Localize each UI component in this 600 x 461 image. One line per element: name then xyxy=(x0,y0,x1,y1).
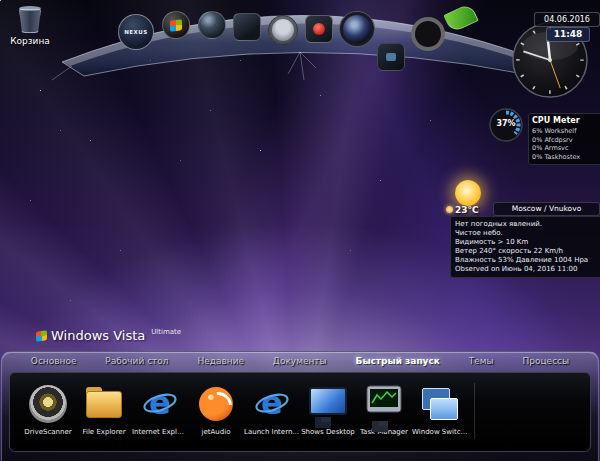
weather-line: Видимость > 10 Km xyxy=(455,238,597,247)
quick-launch-item-window-switcher[interactable]: Window Switcher xyxy=(412,383,468,436)
desktop: Корзина NEXUS xyxy=(0,0,600,461)
item-label: File Explorer xyxy=(76,428,132,436)
cpu-process: 6% Workshelf xyxy=(532,127,600,136)
watermark-text: Windows Vista xyxy=(51,328,145,343)
svg-text:e: e xyxy=(149,385,171,422)
emblem-icon[interactable] xyxy=(268,15,298,45)
windows-flag-icon xyxy=(36,330,47,342)
item-label: Window Switcher xyxy=(412,428,468,436)
item-label: Task Manager xyxy=(356,428,412,436)
windows-orb-icon[interactable] xyxy=(162,11,190,39)
quick-launch-item-launch-internet[interactable]: e Launch Internet E xyxy=(244,383,300,436)
ie-icon: e xyxy=(244,383,300,425)
weather-line: Влажность 53% Давление 1004 Hpa xyxy=(455,256,597,265)
watermark-edition: Ultimate xyxy=(151,328,181,336)
tab-main[interactable]: Основное xyxy=(31,356,77,366)
tab-documents[interactable]: Документы xyxy=(273,356,327,366)
quick-launch-tray: DriveScanner File Explorer e Internet Ex… xyxy=(9,372,591,452)
cpu-process: 0% Armsvc xyxy=(532,144,600,153)
tab-quick-launch[interactable]: Быстрый запуск xyxy=(356,356,440,366)
weather-line: Observed on Июнь 04, 2016 11:00 xyxy=(455,265,597,274)
tray-separator xyxy=(474,383,475,439)
item-label: jetAudio xyxy=(188,428,244,436)
quick-launch-item-internet-explorer[interactable]: e Internet Explorer xyxy=(132,383,188,436)
weather-location: Moscow / Vnukovo xyxy=(493,202,600,216)
lens-ring-icon[interactable] xyxy=(411,17,445,51)
cpu-meter-title: CPU Meter xyxy=(532,116,600,125)
quick-launch-item-drivescanner[interactable]: DriveScanner xyxy=(20,383,76,436)
nexus-logo[interactable]: NEXUS xyxy=(118,14,154,50)
ie-icon: e xyxy=(132,383,188,425)
panel-tabs: Основное Рабочий стол Недавние Документы… xyxy=(2,352,598,369)
bottom-panel: Основное Рабочий стол Недавние Документы… xyxy=(1,351,599,461)
cpu-panel: CPU Meter 6% Workshelf 0% Afcdpsrv 0% Ar… xyxy=(528,113,600,165)
tab-recent[interactable]: Недавние xyxy=(197,356,244,366)
item-label: DriveScanner xyxy=(20,428,76,436)
window-switcher-icon xyxy=(421,387,459,421)
task-manager-icon xyxy=(366,385,402,417)
item-label: Shows Desktop xyxy=(300,428,356,436)
weather-details: Нет погодных явлений. Чистое небо. Видим… xyxy=(450,216,600,278)
sphere-icon[interactable] xyxy=(198,11,226,39)
monitor-icon xyxy=(309,387,347,415)
temperature: 23°C xyxy=(446,205,479,215)
cpu-percent: 37% xyxy=(488,119,524,128)
cpu-process: 0% Taskhostex xyxy=(532,153,600,162)
tab-desktop[interactable]: Рабочий стол xyxy=(105,356,168,366)
quick-launch-item-jetaudio[interactable]: jetAudio xyxy=(188,383,244,436)
cpu-gauge: 37% xyxy=(488,107,524,143)
clock-widget[interactable]: 04.06.2016 11:48 xyxy=(508,6,600,106)
folder-icon xyxy=(86,391,122,418)
svg-text:e: e xyxy=(261,385,283,422)
item-label: Internet Explorer xyxy=(132,428,188,436)
item-label: Launch Internet E xyxy=(244,428,300,436)
cpu-process: 0% Afcdpsrv xyxy=(532,136,600,145)
tab-processes[interactable]: Процессы xyxy=(523,356,570,366)
quick-launch-item-show-desktop[interactable]: Shows Desktop xyxy=(300,383,356,436)
media-tile-icon[interactable] xyxy=(233,13,261,41)
weather-line: Чистое небо. xyxy=(455,229,597,238)
jetaudio-icon xyxy=(199,387,233,421)
clock-date: 04.06.2016 xyxy=(534,12,600,27)
vista-watermark: Windows Vista Ultimate xyxy=(36,328,181,343)
mini-sun-icon xyxy=(446,206,453,213)
sun-icon xyxy=(455,180,481,206)
tab-themes[interactable]: Темы xyxy=(469,356,494,366)
weather-line: Ветер 240° скорость 22 Km/h xyxy=(455,247,597,256)
dark-tile-icon[interactable] xyxy=(377,43,405,71)
quick-launch-item-task-manager[interactable]: Task Manager xyxy=(356,383,412,436)
camera-lens-icon[interactable] xyxy=(340,12,374,46)
drivescanner-icon xyxy=(29,385,67,423)
clock-time: 11:48 xyxy=(546,27,590,42)
quick-launch-item-file-explorer[interactable]: File Explorer xyxy=(76,383,132,436)
red-dot-icon[interactable] xyxy=(305,15,333,43)
weather-line: Нет погодных явлений. xyxy=(455,220,597,229)
